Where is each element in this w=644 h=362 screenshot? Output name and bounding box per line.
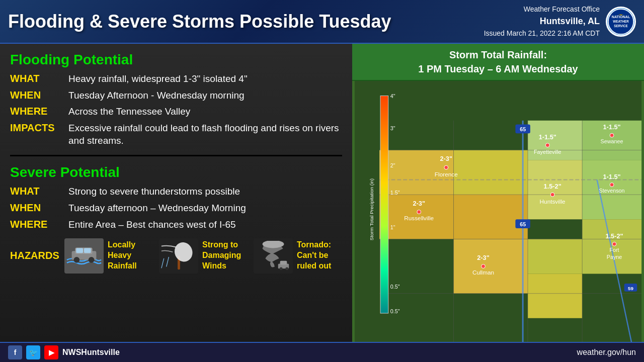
svg-text:1": 1" [390,224,395,230]
svg-rect-9 [84,248,91,253]
svg-text:1-1.5": 1-1.5" [603,173,621,180]
hazard-tornado: Tornado: Can't be ruled out [254,238,342,274]
svg-text:59: 59 [628,286,633,291]
svg-point-11 [89,256,95,262]
svg-text:Payne: Payne [607,254,622,260]
map-title-line2: 1 PM Tuesday – 6 AM Wednesday [418,63,578,74]
tornado-icon [254,238,293,274]
svg-text:0.5": 0.5" [390,284,400,290]
svg-text:65: 65 [520,221,526,227]
svg-marker-28 [454,150,528,195]
svg-line-14 [162,258,164,268]
wind-icon [159,238,198,274]
flooding-title: Flooding Potential [10,52,342,68]
severe-when-value: Tuesday afternoon – Wednesday Morning [68,202,246,215]
severe-what-label: WHAT [10,186,60,197]
svg-point-78 [610,183,614,187]
hazard-wind: Strong to Damaging Winds [159,238,248,274]
hazard3-text: Tornado: Can't be ruled out [297,240,342,271]
flooding-where-value: Across the Tennessee Valley [68,106,190,118]
svg-point-19 [280,267,283,270]
hazards-row: HAZARDS [10,238,342,274]
svg-text:WEATHER: WEATHER [613,19,629,23]
svg-text:1-1.5": 1-1.5" [603,123,621,131]
svg-point-69 [550,193,554,197]
svg-marker-25 [454,195,528,239]
svg-marker-33 [528,274,582,318]
severe-what-row: WHAT Strong to severe thunderstorms poss… [10,186,342,198]
svg-point-81 [612,242,616,246]
flooding-what-value: Heavy rainfall, widespread 1-3" isolated… [68,73,248,85]
severe-when-label: WHEN [10,202,60,214]
hazard2-text: Strong to Damaging Winds [202,240,248,271]
map-svg: 65 65 59 [352,81,644,342]
severe-what-value: Strong to severe thunderstorms possible [68,186,240,198]
severe-where-row: WHERE Entire Area – Best chances west of… [10,219,342,231]
svg-point-10 [74,256,80,262]
flooding-where-row: WHERE Across the Tennessee Valley [10,106,342,118]
office-city: Huntsville, AL [484,15,600,28]
severe-where-label: WHERE [10,219,60,230]
map-title-line1: Storm Total Rainfall: [449,49,547,60]
svg-point-72 [545,143,549,147]
social-handle: NWSHuntsville [62,348,120,357]
social-icons: f 🐦 ▶ NWSHuntsville [8,345,120,359]
nws-logo: NATIONAL WEATHER SERVICE [606,7,636,37]
svg-text:Huntsville: Huntsville [540,198,566,205]
website-url: weather.gov/hun [577,348,636,357]
left-panel: Flooding Potential WHAT Heavy rainfall, … [0,44,352,342]
youtube-icon[interactable]: ▶ [44,345,58,359]
map-header: Storm Total Rainfall: 1 PM Tuesday – 6 A… [352,44,644,81]
facebook-icon[interactable]: f [8,345,22,359]
svg-point-75 [610,133,614,137]
header: Flooding & Severe Storms Possible Tuesda… [0,0,644,44]
svg-text:2": 2" [390,162,395,168]
svg-text:1-1.5": 1-1.5" [539,133,556,141]
office-info: Weather Forecast Office Huntsville, AL I… [484,4,600,39]
rainfall-icon [64,238,104,274]
hazard-items: Locally Heavy Rainfall [64,238,342,274]
hazard-rainfall: Locally Heavy Rainfall [64,238,153,274]
flooding-when-row: WHEN Tuesday Afternoon - Wednesday morni… [10,89,342,102]
header-right: Weather Forecast Office Huntsville, AL I… [484,4,636,39]
svg-text:1.5": 1.5" [390,190,400,196]
svg-text:2-3": 2-3" [440,155,453,162]
svg-text:4": 4" [390,93,395,99]
svg-point-63 [417,210,421,214]
flooding-when-label: WHEN [10,89,60,101]
svg-text:Russellville: Russellville [404,215,434,221]
severe-when-row: WHEN Tuesday afternoon – Wednesday Morni… [10,202,342,215]
section-divider [10,155,342,156]
page-title: Flooding & Severe Storms Possible Tuesda… [8,11,391,32]
svg-text:65: 65 [520,126,526,132]
hazard1-text: Locally Heavy Rainfall [108,240,153,271]
svg-text:1.5-2": 1.5-2" [605,232,623,240]
twitter-icon[interactable]: 🐦 [26,345,40,359]
svg-rect-8 [76,248,83,253]
svg-line-15 [167,256,169,266]
svg-text:2-3": 2-3" [477,254,490,261]
svg-text:Sewanee: Sewanee [601,138,623,144]
svg-point-13 [172,241,195,264]
issued-time: Issued March 21, 2022 2:16 AM CDT [484,28,600,39]
flooding-impacts-label: IMPACTS [10,122,60,134]
svg-text:1.5-2": 1.5-2" [544,183,561,190]
flooding-when-value: Tuesday Afternoon - Wednesday morning [68,89,245,102]
svg-rect-51 [380,96,388,313]
svg-marker-26 [454,239,528,294]
svg-text:Fort: Fort [609,247,619,253]
main-content: Flooding Potential WHAT Heavy rainfall, … [0,44,644,342]
svg-point-66 [481,264,486,268]
svg-rect-18 [280,260,287,264]
office-line1: Weather Forecast Office [484,4,600,15]
flooding-what-label: WHAT [10,73,60,84]
flooding-impacts-row: IMPACTS Excessive rainfall could lead to… [10,122,342,147]
bottom-bar: f 🐦 ▶ NWSHuntsville weather.gov/hun [0,342,644,362]
flooding-where-label: WHERE [10,106,60,117]
severe-title: Severe Potential [10,164,342,180]
svg-marker-34 [528,239,582,274]
right-panel: Storm Total Rainfall: 1 PM Tuesday – 6 A… [352,44,644,342]
svg-point-60 [444,165,448,169]
svg-text:3": 3" [390,125,395,131]
svg-text:SERVICE: SERVICE [614,24,628,27]
